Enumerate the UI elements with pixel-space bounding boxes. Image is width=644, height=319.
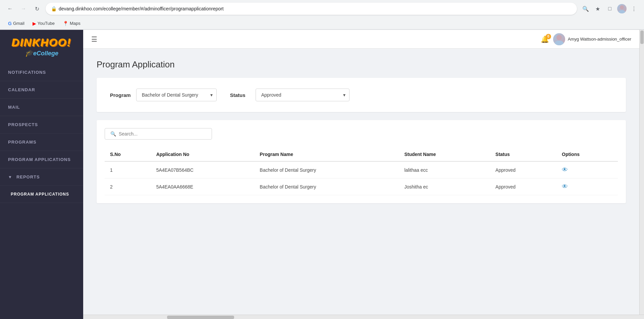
cell-options-2: 👁: [556, 178, 618, 195]
user-name: Amyg Wattson-admission_officer: [568, 37, 631, 42]
program-select[interactable]: Bachelor of Dental Surgery Bachelor of M…: [136, 89, 217, 101]
reports-label: REPORTS: [16, 174, 40, 179]
status-filter-label: Status: [230, 92, 250, 98]
sidebar-item-mail[interactable]: MAIL: [0, 99, 83, 116]
address-bar[interactable]: 🔒: [46, 3, 577, 15]
top-header: ☰ 🔔 0 Amyg Wattson-admission_officer: [83, 30, 639, 49]
cell-app-no-2: 5A4EA0AA6668E: [151, 178, 255, 195]
status-select-wrapper: Approved Pending Rejected: [256, 89, 350, 101]
filter-card: Program Bachelor of Dental Surgery Bache…: [97, 78, 626, 112]
program-filter-group: Program Bachelor of Dental Surgery Bache…: [110, 89, 217, 101]
profile-avatar[interactable]: [617, 4, 627, 13]
svg-point-2: [556, 35, 562, 40]
browser-toolbar: ← → ↻ 🔒 🔍 ★ □ ⋮: [0, 0, 644, 17]
cell-status-1: Approved: [490, 161, 556, 178]
cell-app-no-1: 5A4EA07B564BC: [151, 161, 255, 178]
sidebar-item-prospects[interactable]: PROSPECTS: [0, 116, 83, 134]
status-select[interactable]: Approved Pending Rejected: [256, 89, 350, 101]
svg-point-1: [619, 10, 625, 13]
col-options: Options: [556, 148, 618, 161]
cell-program-1: Bachelor of Dental Surgery: [254, 161, 399, 178]
programs-label: PROGRAMS: [8, 140, 37, 145]
main-content: ☰ 🔔 0 Amyg Wattson-admission_officer: [83, 30, 639, 315]
url-input[interactable]: [59, 6, 572, 11]
col-student-name: Student Name: [399, 148, 490, 161]
sidebar-item-programs[interactable]: PROGRAMS: [0, 134, 83, 151]
table-row: 1 5A4EA07B564BC Bachelor of Dental Surge…: [105, 161, 618, 178]
vertical-scrollbar[interactable]: [639, 30, 644, 315]
notifications-label: NOTIFICATIONS: [8, 70, 46, 75]
notification-badge: 0: [546, 34, 551, 39]
program-filter-label: Program: [110, 92, 131, 98]
cell-student-2: Joshitha ec: [399, 178, 490, 195]
sidebar: DINKHOO! 🎓eCollege NOTIFICATIONS CALENDA…: [0, 30, 83, 319]
program-select-wrapper: Bachelor of Dental Surgery Bachelor of M…: [136, 89, 217, 101]
page-content: Program Application Program Bachelor of …: [83, 49, 639, 315]
app-container: DINKHOO! 🎓eCollege NOTIFICATIONS CALENDA…: [0, 30, 644, 319]
sidebar-item-calendar[interactable]: CALENDAR: [0, 81, 83, 99]
page-title: Program Application: [97, 59, 626, 70]
extensions-button[interactable]: □: [605, 4, 614, 13]
prospects-label: PROSPECTS: [8, 122, 38, 127]
reports-chevron-icon: ▼: [8, 175, 12, 179]
search-icon: 🔍: [110, 131, 116, 137]
sidebar-item-notifications[interactable]: NOTIFICATIONS: [0, 64, 83, 81]
program-applications-label: PROGRAM APPLICATIONS: [8, 157, 71, 162]
table-header-row: S.No Application No Program Name Student…: [105, 148, 618, 161]
sidebar-item-reports[interactable]: ▼ REPORTS: [0, 168, 83, 186]
cell-options-1: 👁: [556, 161, 618, 178]
forward-button[interactable]: →: [19, 4, 28, 13]
logo-sub-text: 🎓eCollege: [12, 49, 71, 57]
cell-sno-1: 1: [105, 161, 151, 178]
view-icon-2[interactable]: 👁: [562, 183, 568, 190]
bookmark-gmail[interactable]: G Gmail: [5, 19, 27, 28]
status-filter-group: Status Approved Pending Rejected: [230, 89, 350, 101]
menu-button[interactable]: ⋮: [629, 4, 639, 13]
search-button[interactable]: 🔍: [581, 4, 590, 13]
sidebar-item-reports-program-applications[interactable]: PROGRAM APPLICATIONS: [0, 186, 83, 203]
col-program-name: Program Name: [254, 148, 399, 161]
view-icon-1[interactable]: 👁: [562, 166, 568, 173]
youtube-icon: ▶: [33, 21, 36, 26]
results-card: 🔍 S.No Application No Program Name Stude…: [97, 120, 626, 203]
reports-prog-app-label: PROGRAM APPLICATIONS: [11, 192, 69, 197]
col-status: Status: [490, 148, 556, 161]
hamburger-button[interactable]: ☰: [91, 35, 97, 43]
mail-label: MAIL: [8, 105, 20, 110]
cell-status-2: Approved: [490, 178, 556, 195]
table-body: 1 5A4EA07B564BC Bachelor of Dental Surge…: [105, 161, 618, 195]
main-area: ☰ 🔔 0 Amyg Wattson-admission_officer: [83, 30, 644, 319]
bookmark-button[interactable]: ★: [593, 4, 602, 13]
table-row: 2 5A4EA0AA6668E Bachelor of Dental Surge…: [105, 178, 618, 195]
user-avatar: [553, 33, 565, 45]
gmail-icon: G: [8, 21, 12, 26]
bookmark-maps[interactable]: 📍 Maps: [60, 19, 83, 28]
header-right: 🔔 0 Amyg Wattson-admission_officer: [541, 33, 631, 45]
filter-row: Program Bachelor of Dental Surgery Bache…: [110, 89, 612, 101]
maps-icon: 📍: [63, 21, 68, 26]
sidebar-item-program-applications[interactable]: PROGRAM APPLICATIONS: [0, 151, 83, 168]
logo-main-text: DINKHOO!: [12, 37, 71, 49]
back-button[interactable]: ←: [5, 4, 15, 13]
sidebar-nav: NOTIFICATIONS CALENDAR MAIL PROSPECTS PR…: [0, 64, 83, 319]
content-and-scrollbar: ☰ 🔔 0 Amyg Wattson-admission_officer: [83, 30, 644, 315]
browser-chrome: ← → ↻ 🔒 🔍 ★ □ ⋮ G Gmail ▶ YouTube 📍 Maps: [0, 0, 644, 30]
bookmark-maps-label: Maps: [70, 21, 80, 26]
table-head: S.No Application No Program Name Student…: [105, 148, 618, 161]
col-application-no: Application No: [151, 148, 255, 161]
cell-sno-2: 2: [105, 178, 151, 195]
bookmark-youtube[interactable]: ▶ YouTube: [30, 19, 57, 28]
col-sno: S.No: [105, 148, 151, 161]
vertical-scrollbar-thumb[interactable]: [640, 31, 644, 44]
horizontal-scrollbar[interactable]: [83, 315, 644, 319]
notification-bell[interactable]: 🔔 0: [541, 35, 549, 43]
search-input[interactable]: [119, 131, 206, 137]
cell-program-2: Bachelor of Dental Surgery: [254, 178, 399, 195]
horizontal-scrollbar-thumb[interactable]: [167, 316, 234, 319]
user-info[interactable]: Amyg Wattson-admission_officer: [553, 33, 631, 45]
browser-icons: 🔍 ★ □ ⋮: [581, 4, 639, 13]
reload-button[interactable]: ↻: [32, 4, 42, 13]
bookmark-youtube-label: YouTube: [38, 21, 55, 26]
sidebar-logo: DINKHOO! 🎓eCollege: [0, 30, 83, 64]
data-table: S.No Application No Program Name Student…: [105, 148, 618, 195]
